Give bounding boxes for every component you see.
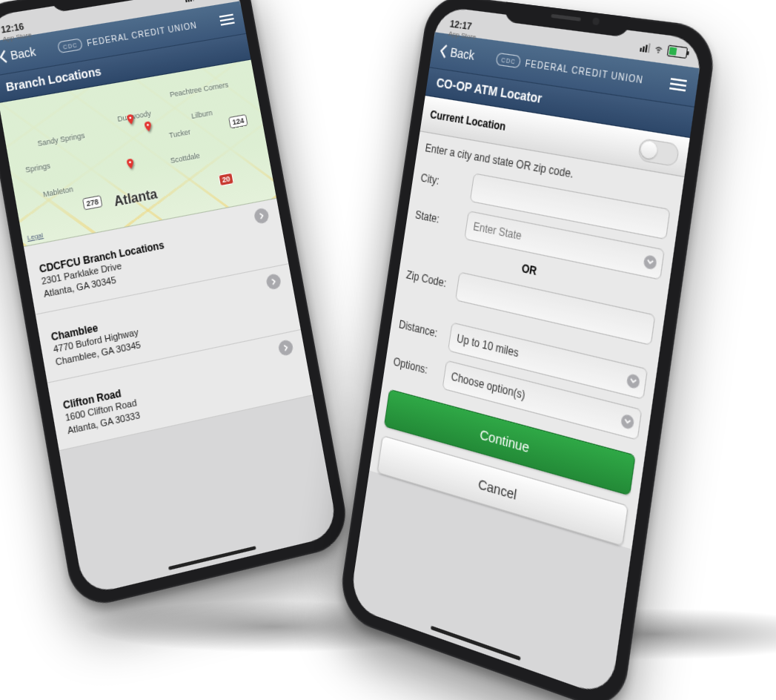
city-label: City:: [420, 171, 467, 192]
map-city-label: Peachtree Corners: [169, 81, 229, 99]
map-main-city: Atlanta: [113, 187, 159, 210]
state-label: State:: [414, 208, 461, 230]
map-city-label: Scottdale: [170, 151, 201, 165]
brand-logo-icon: CDC: [57, 38, 83, 53]
map-city-label: Sandy Springs: [37, 131, 86, 148]
map-city-label: Tucker: [168, 128, 191, 139]
signal-icon: [185, 0, 194, 2]
zip-label: Zip Code:: [405, 268, 452, 291]
cancel-button-label: Cancel: [477, 475, 518, 502]
atm-locator-form: Current Location Enter a city and state …: [369, 96, 689, 549]
chevron-left-icon: [439, 44, 448, 59]
back-button[interactable]: Back: [0, 44, 45, 66]
map-pin-icon[interactable]: [123, 112, 134, 124]
map-legal-link[interactable]: Legal: [27, 231, 44, 242]
state-placeholder: Enter State: [472, 220, 523, 242]
brand-name: FEDERAL CREDIT UNION: [86, 20, 198, 47]
chevron-down-icon: [623, 418, 631, 426]
chevron-down-icon: [629, 377, 637, 385]
signal-icon: [640, 42, 651, 53]
current-location-label: Current Location: [429, 108, 506, 133]
route-shield: 20: [218, 172, 234, 186]
battery-icon: [667, 44, 689, 59]
map-city-label: Mableton: [42, 185, 73, 199]
menu-button[interactable]: [659, 76, 698, 93]
options-label: Options:: [393, 355, 439, 379]
phone-right: 12:17 App Store Back CDC FED: [336, 0, 718, 700]
map-city-label: Lilburn: [190, 108, 213, 120]
back-label: Back: [449, 45, 475, 63]
chevron-down-icon: [646, 259, 654, 266]
wifi-icon: [653, 44, 665, 55]
map-city-label: Springs: [24, 162, 50, 174]
options-value: Choose option(s): [451, 370, 526, 402]
map-pin-icon[interactable]: [141, 119, 152, 131]
route-shield: 124: [228, 114, 248, 129]
chevron-left-icon: [0, 50, 8, 65]
map-pin-icon[interactable]: [123, 156, 134, 168]
route-shield: 278: [82, 195, 103, 210]
continue-button-label: Continue: [479, 426, 530, 455]
menu-button[interactable]: [210, 13, 244, 27]
brand-name: FEDERAL CREDIT UNION: [525, 58, 644, 85]
distance-label: Distance:: [398, 318, 445, 342]
back-button[interactable]: Back: [431, 42, 483, 64]
brand-logo-icon: CDC: [496, 53, 522, 69]
distance-value: Up to 10 miles: [456, 332, 520, 360]
back-label: Back: [10, 44, 37, 62]
current-location-toggle[interactable]: [637, 138, 680, 167]
phone-left: 12:16 App Store Back CDC FED: [0, 0, 351, 611]
wifi-icon: [196, 0, 206, 1]
